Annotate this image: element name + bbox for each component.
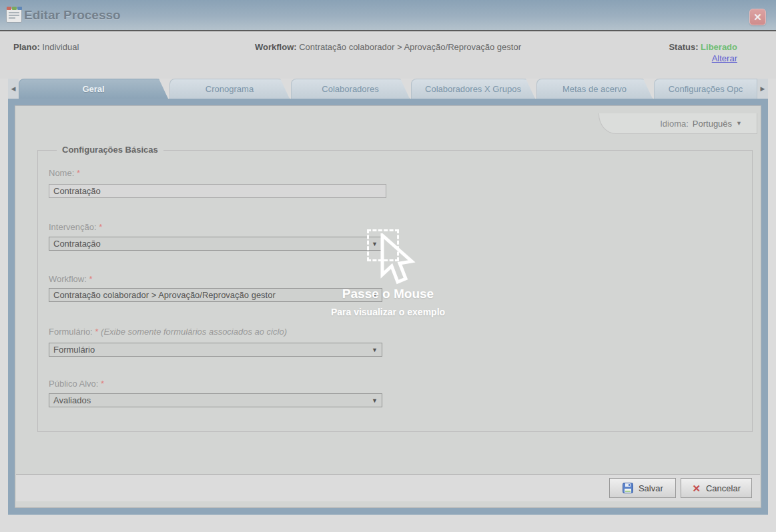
workflow-info: Workflow: Contratação colaborador > Apro…: [0, 42, 776, 52]
workflow-value: Contratação colaborador > Aprovação/Repr…: [299, 42, 521, 52]
idioma-dropdown-icon: ▼: [736, 120, 742, 127]
close-icon[interactable]: ✕: [749, 9, 766, 25]
dialog-footer: Salvar ✕ Cancelar: [16, 474, 760, 501]
editar-processo-dialog: Editar Processo ✕ Plano: Individual Work…: [0, 0, 776, 532]
cancelar-button[interactable]: ✕ Cancelar: [681, 478, 752, 498]
chevron-down-icon: ▼: [372, 343, 378, 357]
dialog-title: Editar Processo: [24, 0, 121, 31]
tab-metas-de-acervo[interactable]: Metas de acervo: [536, 79, 653, 99]
publico-alvo-label: Público Alvo: *: [49, 379, 104, 389]
tab-configuracoes-opcionais[interactable]: Configurações Opc: [654, 79, 757, 99]
salvar-label: Salvar: [639, 483, 663, 493]
status-label: Status:: [669, 42, 698, 52]
required-mark: *: [99, 222, 102, 232]
save-icon: [623, 483, 633, 493]
formulario-note: (Exibe somente formulários associados ao…: [101, 327, 287, 337]
required-mark: *: [95, 327, 98, 337]
required-mark: *: [77, 168, 80, 178]
salvar-button[interactable]: Salvar: [609, 478, 676, 498]
tab-scroll-right-icon[interactable]: ▶: [757, 79, 768, 99]
required-mark: *: [89, 274, 92, 284]
formulario-select[interactable]: Formulário ▼: [49, 343, 382, 357]
idioma-label: Idioma:: [660, 119, 689, 129]
cancel-x-icon: ✕: [692, 483, 701, 493]
status-info: Status: Liberado Alterar: [669, 42, 737, 63]
workflow-label: Workflow:: [255, 42, 297, 52]
overlay-hint-subtitle: Para visualizar o exemplo: [0, 307, 776, 317]
workflow-field-label: Workflow: *: [49, 274, 93, 284]
nome-input[interactable]: [49, 184, 386, 198]
dialog-titlebar: Editar Processo ✕: [0, 0, 776, 31]
chevron-down-icon: ▼: [372, 394, 378, 407]
idioma-value: Português: [693, 119, 732, 129]
publico-alvo-select[interactable]: Avaliados ▼: [49, 393, 382, 407]
process-form-icon: [6, 8, 22, 23]
process-info-bar: Plano: Individual Workflow: Contratação …: [0, 33, 776, 79]
overlay-hint-title: Passe o Mouse: [0, 287, 776, 301]
intervencao-select[interactable]: Contratação ▼: [49, 237, 382, 251]
required-mark: *: [101, 379, 104, 389]
cancelar-label: Cancelar: [706, 483, 741, 493]
tab-strip: ◀ Geral Cronograma Colaboradores Colabor…: [8, 79, 768, 99]
status-badge: Liberado: [701, 42, 737, 52]
tab-cronograma[interactable]: Cronograma: [169, 79, 290, 99]
tab-colaboradores-x-grupos[interactable]: Colaboradores X Grupos: [411, 79, 535, 99]
group-title: Configurações Básicas: [57, 145, 163, 155]
tab-geral[interactable]: Geral: [19, 79, 168, 99]
intervencao-label: Intervenção: *: [49, 222, 102, 232]
mouse-cursor-icon: [380, 233, 418, 291]
alterar-link[interactable]: Alterar: [712, 53, 737, 63]
nome-label: Nome: *: [49, 168, 80, 178]
tab-scroll-left-icon[interactable]: ◀: [8, 79, 19, 99]
tab-colaboradores[interactable]: Colaboradores: [291, 79, 410, 99]
language-selector[interactable]: Idioma: Português ▼: [599, 113, 757, 134]
formulario-label: Formulário: * (Exibe somente formulários…: [49, 327, 287, 337]
